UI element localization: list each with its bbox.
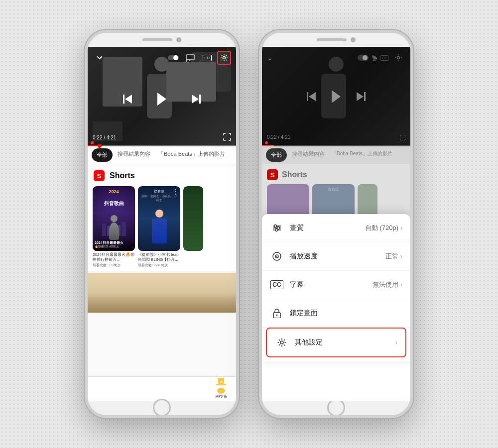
speaker-1 bbox=[142, 38, 172, 41]
phone-2: ⌄ 📡 CC bbox=[259, 30, 413, 418]
home-button-1[interactable] bbox=[153, 399, 171, 417]
phone-top-bar-1 bbox=[88, 33, 236, 47]
cast-btn-1[interactable] bbox=[183, 51, 197, 65]
speed-label: 播放速度 bbox=[290, 252, 385, 261]
shorts-header-1: S Shorts bbox=[93, 169, 231, 182]
phone-1: CC bbox=[85, 30, 239, 418]
settings-menu-overlay: 畫質 自動 (720p) › 播放速度 正常 › bbox=[262, 214, 410, 361]
svg-rect-2 bbox=[186, 55, 194, 60]
chevron-down-btn-1[interactable] bbox=[93, 51, 107, 65]
year-badge-1: 2024 bbox=[109, 189, 119, 194]
phone-bottom-bar-2 bbox=[262, 401, 410, 415]
shorts-video-card-1[interactable]: 2024 抖音歌曲 bbox=[93, 186, 135, 268]
tab-channel-videos-1[interactable]: 「Boba Beats」上傳的影片 bbox=[155, 146, 228, 164]
svg-point-36 bbox=[276, 315, 278, 316]
speed-value: 正常 › bbox=[385, 252, 402, 261]
settings-btn-1[interactable] bbox=[217, 51, 231, 65]
phone-screen-2: ⌄ 📡 CC bbox=[262, 47, 410, 401]
svg-point-18 bbox=[397, 57, 400, 59]
content-area-1: S Shorts 2024 抖音歌曲 bbox=[88, 164, 236, 376]
other-settings-chevron: › bbox=[395, 339, 397, 346]
toggle-btn-1[interactable] bbox=[166, 51, 180, 65]
svg-point-16 bbox=[222, 379, 224, 384]
shorts-title-1: Shorts bbox=[110, 171, 135, 180]
app-label-1: 科技兔 bbox=[215, 394, 227, 399]
video-player-1: CC bbox=[88, 47, 236, 146]
captions-chevron: › bbox=[400, 281, 402, 288]
svg-text:★: ★ bbox=[220, 380, 223, 383]
captions-label: 字幕 bbox=[290, 280, 373, 289]
video-desc-1: 2024抖音最最最火🔥歌曲排行榜前五… bbox=[93, 252, 135, 263]
bottom-content-1 bbox=[88, 273, 236, 313]
prev-btn-1[interactable] bbox=[120, 91, 136, 107]
red-indicator-1 bbox=[91, 141, 94, 144]
video-bottom-controls-1: 0:22 / 4:21 bbox=[93, 133, 231, 142]
tabs-bar-1: 全部 搜尋結果內容 「Boba Beats」上傳的影片 bbox=[88, 146, 236, 164]
menu-dot-2[interactable]: ⋮ bbox=[172, 188, 178, 195]
captions-value: 無法使用 › bbox=[373, 280, 402, 289]
svg-point-34 bbox=[276, 256, 277, 257]
phone-screen-1: CC bbox=[88, 47, 236, 401]
quality-value: 自動 (720p) › bbox=[365, 224, 402, 232]
svg-rect-13 bbox=[216, 384, 226, 385]
svg-marker-7 bbox=[157, 93, 166, 106]
svg-point-29 bbox=[274, 225, 277, 227]
svg-rect-8 bbox=[199, 95, 201, 104]
speed-chevron: › bbox=[400, 253, 402, 260]
other-settings-value: › bbox=[395, 339, 397, 346]
svg-rect-22 bbox=[364, 92, 366, 101]
progress-bar-1[interactable] bbox=[88, 145, 236, 146]
thumb-overlay-text-1: 2024抖音最最最火 🔥歌曲排行榜前五… bbox=[93, 238, 135, 251]
menu-item-lock-screen[interactable]: 鎖定畫面 bbox=[262, 299, 410, 328]
shorts-video-card-2[interactable]: 從前說 演唱：主阿七，魚闪闪，小阿七 ⋮ bbox=[138, 186, 180, 268]
thumb-title-1: 抖音歌曲 bbox=[93, 200, 135, 207]
progress-dot-1 bbox=[98, 144, 102, 148]
menu-item-other-settings[interactable]: 其他設定 › bbox=[266, 328, 406, 357]
video-views-1: 觀看次數: 1.9萬次 bbox=[93, 263, 135, 268]
quality-label: 畫質 bbox=[290, 224, 365, 232]
shorts-section-1: S Shorts 2024 抖音歌曲 bbox=[88, 164, 236, 271]
play-btn-1[interactable] bbox=[151, 88, 173, 110]
next-btn-1[interactable] bbox=[188, 91, 204, 107]
phone-top-bar-2 bbox=[262, 33, 410, 47]
svg-point-3 bbox=[186, 60, 187, 62]
svg-rect-19 bbox=[307, 92, 308, 101]
camera-dot-1 bbox=[176, 37, 181, 42]
speaker-2 bbox=[317, 38, 347, 41]
menu-item-quality[interactable]: 畫質 自動 (720p) › bbox=[262, 214, 410, 242]
shorts-videos-list-1: 2024 抖音歌曲 bbox=[93, 186, 231, 268]
menu-item-captions[interactable]: CC 字幕 無法使用 › bbox=[262, 271, 410, 299]
app-icon-rabbit-1: ★ 科技兔 bbox=[214, 379, 228, 399]
shorts-video-card-3[interactable] bbox=[183, 186, 203, 268]
video-time-2: 0:22 / 4:21 bbox=[267, 134, 290, 141]
video-desc-2: 《從前說》小阿七 feat. 魚閃閃 BLING【抖音... bbox=[138, 252, 180, 263]
svg-text:S: S bbox=[270, 171, 275, 179]
tab-all-1[interactable]: 全部 bbox=[92, 148, 113, 162]
svg-marker-23 bbox=[357, 92, 364, 101]
menu-item-speed[interactable]: 播放速度 正常 › bbox=[262, 242, 410, 271]
lock-screen-label: 鎖定畫面 bbox=[290, 309, 402, 318]
svg-point-1 bbox=[173, 55, 178, 60]
svg-point-4 bbox=[223, 57, 226, 59]
video-controls-overlay-1: CC bbox=[88, 47, 236, 146]
home-button-2[interactable] bbox=[327, 399, 345, 417]
shorts-thumb-1: 2024 抖音歌曲 bbox=[93, 186, 135, 251]
video-time-1: 0:22 / 4:21 bbox=[93, 135, 116, 140]
quality-icon bbox=[270, 221, 284, 235]
quality-chevron: › bbox=[400, 224, 402, 231]
other-settings-label: 其他設定 bbox=[295, 338, 395, 347]
tab-search-results-1[interactable]: 搜尋結果內容 bbox=[115, 146, 153, 164]
shorts-thumb-3 bbox=[183, 186, 203, 251]
svg-marker-20 bbox=[309, 92, 316, 101]
svg-point-37 bbox=[280, 341, 283, 344]
svg-marker-9 bbox=[192, 95, 199, 104]
svg-text:S: S bbox=[97, 172, 102, 180]
video-views-2: 觀看次數: 274 萬次 bbox=[138, 263, 180, 268]
lock-screen-icon bbox=[270, 306, 284, 320]
fullscreen-btn-1[interactable] bbox=[223, 133, 231, 142]
captions-btn-1[interactable]: CC bbox=[200, 51, 214, 65]
shorts-thumb-2: 從前說 演唱：主阿七，魚闪闪，小阿七 ⋮ bbox=[138, 186, 180, 251]
camera-dot-2 bbox=[351, 37, 356, 42]
other-settings-gear-icon bbox=[275, 336, 289, 349]
app-bottom-bar-1: ★ 科技兔 bbox=[88, 376, 236, 401]
